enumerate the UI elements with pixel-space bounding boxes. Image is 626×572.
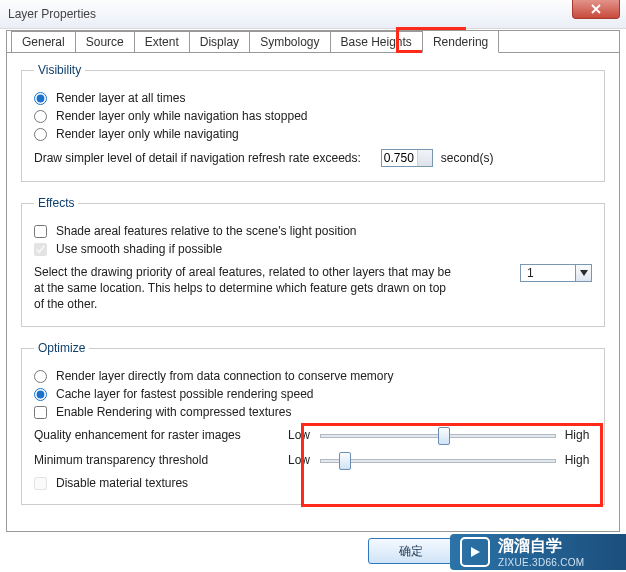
ok-button[interactable]: 确定 (368, 538, 454, 564)
slider-high-cap: High (562, 428, 592, 442)
transparency-slider-label: Minimum transparency threshold (34, 453, 284, 467)
effects-group: Effects Shade areal features relative to… (21, 196, 605, 327)
play-icon (460, 537, 490, 567)
drawing-priority-text: Select the drawing priority of areal fea… (34, 264, 454, 312)
tab-rendering[interactable]: Rendering (422, 30, 499, 53)
checkbox-smooth-shading-label: Use smooth shading if possible (56, 242, 222, 256)
spinner-arrows-icon[interactable] (417, 150, 432, 166)
transparency-slider[interactable] (320, 451, 556, 469)
checkbox-compressed-textures[interactable] (34, 406, 47, 419)
radio-render-while-navigating[interactable] (34, 128, 47, 141)
chevron-down-icon[interactable] (575, 265, 591, 281)
radio-render-while-navigating-label: Render layer only while navigating (56, 127, 239, 141)
checkbox-shade-areal[interactable] (34, 225, 47, 238)
drawing-priority-combo[interactable]: 1 (520, 264, 592, 282)
window-title: Layer Properties (8, 7, 96, 21)
drawing-priority-value: 1 (521, 266, 540, 280)
checkbox-disable-material-textures (34, 477, 47, 490)
tab-source[interactable]: Source (75, 31, 135, 53)
radio-render-nav-stopped-label: Render layer only while navigation has s… (56, 109, 308, 123)
checkbox-smooth-shading (34, 243, 47, 256)
radio-cache-layer[interactable] (34, 388, 47, 401)
watermark: 溜溜自学 ZIXUE.3D66.COM (450, 534, 626, 570)
tab-extent[interactable]: Extent (134, 31, 190, 53)
radio-render-nav-stopped[interactable] (34, 110, 47, 123)
slider-low-cap-2: Low (284, 453, 314, 467)
visibility-group: Visibility Render layer at all times Ren… (21, 63, 605, 182)
transparency-slider-thumb[interactable] (339, 452, 351, 470)
watermark-main: 溜溜自学 (498, 536, 584, 557)
visibility-legend: Visibility (34, 63, 85, 77)
optimize-legend: Optimize (34, 341, 89, 355)
simpler-detail-label: Draw simpler level of detail if navigati… (34, 151, 361, 165)
radio-render-all-times-label: Render layer at all times (56, 91, 185, 105)
tab-display[interactable]: Display (189, 31, 250, 53)
close-button[interactable] (572, 0, 620, 19)
checkbox-disable-material-textures-label: Disable material textures (56, 476, 188, 490)
watermark-sub: ZIXUE.3D66.COM (498, 557, 584, 568)
quality-slider-thumb[interactable] (438, 427, 450, 445)
tab-symbology[interactable]: Symbology (249, 31, 330, 53)
checkbox-compressed-textures-label: Enable Rendering with compressed texture… (56, 405, 291, 419)
slider-low-cap: Low (284, 428, 314, 442)
tab-general[interactable]: General (11, 31, 76, 53)
tab-base-heights[interactable]: Base Heights (330, 31, 423, 53)
optimize-group: Optimize Render layer directly from data… (21, 341, 605, 505)
refresh-rate-unit: second(s) (441, 151, 494, 165)
dialog-content: General Source Extent Display Symbology … (6, 30, 620, 532)
slider-high-cap-2: High (562, 453, 592, 467)
radio-render-directly-label: Render layer directly from data connecti… (56, 369, 393, 383)
quality-slider[interactable] (320, 426, 556, 444)
tab-row: General Source Extent Display Symbology … (7, 31, 619, 53)
effects-legend: Effects (34, 196, 78, 210)
checkbox-shade-areal-label: Shade areal features relative to the sce… (56, 224, 356, 238)
refresh-rate-spinner[interactable] (381, 149, 433, 167)
close-icon (591, 4, 601, 14)
quality-slider-label: Quality enhancement for raster images (34, 428, 284, 442)
title-bar: Layer Properties (0, 0, 626, 29)
radio-render-all-times[interactable] (34, 92, 47, 105)
radio-render-directly[interactable] (34, 370, 47, 383)
radio-cache-layer-label: Cache layer for fastest possible renderi… (56, 387, 313, 401)
